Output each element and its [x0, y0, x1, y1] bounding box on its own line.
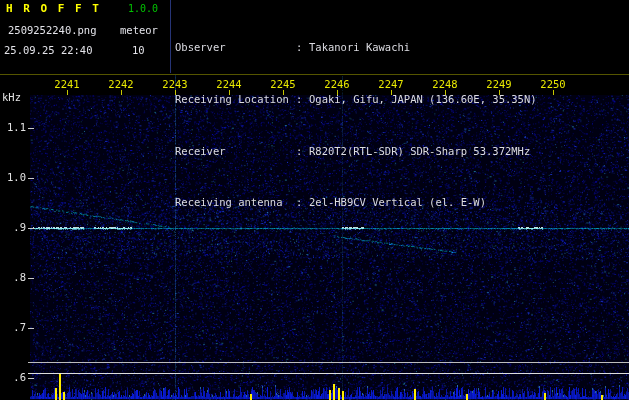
y-axis-tick: [28, 178, 34, 179]
info-row: Receiver : R820T2(RTL-SDR) SDR-Sharp 53.…: [175, 145, 537, 159]
info-colon: :: [296, 145, 309, 159]
info-colon: :: [296, 196, 309, 210]
info-colon: :: [296, 93, 309, 107]
info-colon: :: [296, 41, 309, 55]
x-axis-tick: [553, 90, 554, 95]
y-axis-tick-label: .7: [0, 321, 26, 334]
x-axis-tick: [229, 90, 230, 95]
x-axis-tick: [121, 90, 122, 95]
duration-minutes: 10: [132, 44, 145, 56]
info-label: Receiving antenna: [175, 196, 296, 210]
app-title: H R O F F T: [6, 2, 101, 15]
x-axis-tick: [499, 90, 500, 95]
info-label: Receiver: [175, 145, 296, 159]
info-label: Observer: [175, 41, 296, 55]
y-axis-tick: [28, 128, 34, 129]
info-value: R820T2(RTL-SDR) SDR-Sharp 53.372MHz: [309, 145, 530, 159]
info-row: Observer : Takanori Kawachi: [175, 41, 537, 55]
y-axis-tick-label: 1.0: [0, 171, 26, 184]
y-axis-tick: [28, 228, 34, 229]
x-axis-tick: [337, 90, 338, 95]
observation-mode: meteor: [120, 24, 158, 36]
x-axis-tick: [67, 90, 68, 95]
y-axis-unit-label: kHz: [2, 91, 21, 103]
info-value: Ogaki, Gifu, JAPAN (136.60E, 35.35N): [309, 93, 537, 107]
station-info: Observer : Takanori Kawachi Receiving Lo…: [175, 3, 537, 248]
output-filename: 2509252240.png: [8, 24, 97, 36]
x-axis-tick: [283, 90, 284, 95]
y-axis-tick-label: 1.1: [0, 121, 26, 134]
start-datetime: 25.09.25 22:40: [4, 44, 93, 56]
x-axis-tick: [391, 90, 392, 95]
info-value: 2el-HB9CV Vertical (el. E-W): [309, 196, 486, 210]
app-version: 1.0.0: [128, 3, 158, 14]
y-axis-tick-label: .6: [0, 371, 26, 384]
y-axis-tick: [28, 378, 34, 379]
header-divider-line: [170, 0, 171, 73]
spectrum-meter-divider-lower: [28, 373, 629, 374]
y-axis-tick-label: .9: [0, 221, 26, 234]
x-axis-tick: [445, 90, 446, 95]
x-axis-tick: [175, 90, 176, 95]
y-axis-tick: [28, 278, 34, 279]
y-axis-tick-label: .8: [0, 271, 26, 284]
spectrum-meter-divider-upper: [28, 362, 629, 363]
info-label: Receiving Location: [175, 93, 296, 107]
info-row: Receiving antenna : 2el-HB9CV Vertical (…: [175, 196, 537, 210]
y-axis-tick: [28, 328, 34, 329]
info-value: Takanori Kawachi: [309, 41, 410, 55]
hrofft-screen: H R O F F T 1.0.0 2509252240.png meteor …: [0, 0, 629, 400]
